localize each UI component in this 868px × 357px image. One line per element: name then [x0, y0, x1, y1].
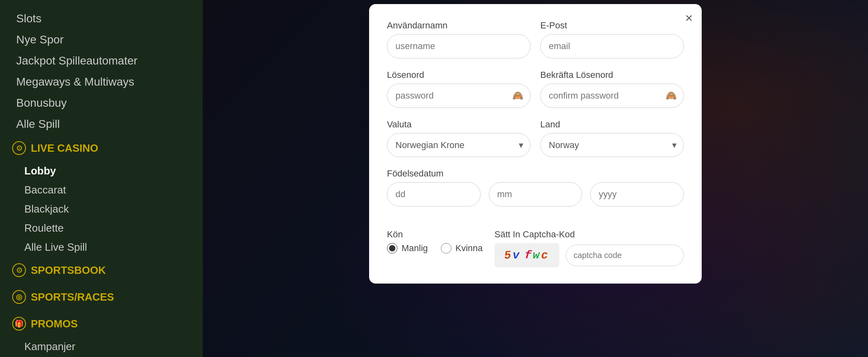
captcha-char-3: f [524, 249, 533, 262]
country-select-wrapper: Norway Sweden Denmark Finland ▾ [540, 133, 684, 157]
password-label: Lösenord [387, 70, 531, 80]
password-input-wrapper: 🙈 [387, 84, 531, 108]
captcha-char-1: 5 [504, 249, 513, 262]
gender-label: Kön [387, 229, 403, 239]
sports-races-label: SPORTS/RACES [31, 291, 114, 303]
username-email-row: Användarnamn E-Post [387, 20, 684, 58]
close-button[interactable]: × [685, 11, 693, 24]
currency-label: Valuta [387, 119, 531, 130]
live-casino-label: LIVE CASINO [31, 142, 98, 155]
sidebar-section-sportsbook[interactable]: ⊙ SPORTSBOOK [0, 257, 203, 284]
captcha-label: Sätt In Captcha-Kod [494, 229, 575, 239]
password-input[interactable] [387, 84, 531, 108]
country-label: Land [540, 119, 684, 130]
birthdate-group: Födelsedatum [387, 168, 684, 218]
sidebar-item-lobby[interactable]: Lobby [0, 161, 203, 181]
gender-male-radio[interactable] [387, 243, 397, 254]
sidebar-item-blackjack[interactable]: Blackjack [0, 200, 203, 219]
sidebar-item-alle-live-spill[interactable]: Alle Live Spill [0, 238, 203, 257]
sidebar-section-sports-races[interactable]: ◎ SPORTS/RACES [0, 284, 203, 310]
captcha-group: Sätt In Captcha-Kod 5 v f w c [494, 229, 684, 267]
email-input[interactable] [540, 34, 684, 58]
sidebar-item-jackpot[interactable]: Jackpot Spilleautomater [0, 50, 203, 71]
main-area: × Användarnamn E-Post Lösenord [203, 0, 868, 357]
birthdate-label: Födelsedatum [387, 168, 684, 179]
gender-female-text: Kvinna [455, 243, 483, 254]
sidebar-item-bonusbuy[interactable]: Bonusbuy [0, 92, 203, 114]
birthdate-yyyy-group [590, 182, 684, 206]
password-eye-icon[interactable]: 🙈 [512, 90, 523, 101]
password-group: Lösenord 🙈 [387, 70, 531, 108]
sports-races-icon: ◎ [12, 290, 26, 304]
live-casino-icon: ⊙ [12, 141, 26, 155]
username-input[interactable] [387, 34, 531, 58]
sportsbook-icon: ⊙ [12, 263, 26, 277]
sidebar-item-baccarat[interactable]: Baccarat [0, 181, 203, 200]
gender-female-radio[interactable] [441, 243, 451, 254]
captcha-char-5: c [541, 249, 550, 262]
country-group: Land Norway Sweden Denmark Finland ▾ [540, 119, 684, 157]
gender-radio-group: Manlig Kvinna [387, 243, 485, 254]
captcha-char-4: w [533, 249, 541, 262]
promos-icon: 🎁 [12, 317, 26, 331]
currency-country-row: Valuta Norwegian Krone Euro USD GBP ▾ La… [387, 119, 684, 157]
birthdate-fields-row [387, 182, 684, 206]
password-row: Lösenord 🙈 Bekräfta Lösenord 🙈 [387, 70, 684, 108]
birthdate-dd-input[interactable] [387, 182, 481, 206]
captcha-char-2: v [513, 249, 521, 262]
gender-female-label[interactable]: Kvinna [441, 243, 483, 254]
birthdate-dd-group [387, 182, 481, 206]
modal-overlay: × Användarnamn E-Post Lösenord [203, 0, 868, 357]
captcha-input[interactable] [566, 245, 684, 266]
username-label: Användarnamn [387, 20, 531, 31]
sidebar-item-nye-spor[interactable]: Nye Spor [0, 29, 203, 50]
birthdate-yyyy-input[interactable] [590, 182, 684, 206]
confirm-password-group: Bekräfta Lösenord 🙈 [540, 70, 684, 108]
sidebar-section-promos[interactable]: 🎁 PROMOS [0, 310, 203, 337]
sidebar-section-live-casino[interactable]: ⊙ LIVE CASINO [0, 135, 203, 161]
gender-male-text: Manlig [402, 243, 428, 254]
birthdate-mm-input[interactable] [489, 182, 582, 206]
gender-captcha-row: Kön Manlig Kvinna Sätt In Captcha-Kod [387, 229, 684, 267]
sidebar: Slots Nye Spor Jackpot Spilleautomater M… [0, 0, 203, 357]
captcha-image: 5 v f w c [494, 243, 559, 267]
sidebar-item-roulette[interactable]: Roulette [0, 219, 203, 238]
currency-select-wrapper: Norwegian Krone Euro USD GBP ▾ [387, 133, 531, 157]
confirm-password-eye-icon[interactable]: 🙈 [666, 90, 677, 101]
confirm-password-input[interactable] [540, 84, 684, 108]
sportsbook-label: SPORTSBOOK [31, 264, 106, 277]
sidebar-item-megaways[interactable]: Megaways & Multiways [0, 71, 203, 92]
sidebar-item-alle-spill[interactable]: Alle Spill [0, 114, 203, 135]
gender-male-label[interactable]: Manlig [387, 243, 428, 254]
country-select[interactable]: Norway Sweden Denmark Finland [540, 133, 684, 157]
confirm-password-input-wrapper: 🙈 [540, 84, 684, 108]
gender-group: Kön Manlig Kvinna [387, 229, 485, 254]
promos-label: PROMOS [31, 318, 78, 330]
sidebar-item-slots[interactable]: Slots [0, 8, 203, 29]
email-group: E-Post [540, 20, 684, 58]
confirm-password-label: Bekräfta Lösenord [540, 70, 684, 80]
username-group: Användarnamn [387, 20, 531, 58]
captcha-area: 5 v f w c [494, 243, 684, 267]
birthdate-mm-group [489, 182, 582, 206]
registration-modal: × Användarnamn E-Post Lösenord [369, 4, 702, 284]
currency-select[interactable]: Norwegian Krone Euro USD GBP [387, 133, 531, 157]
sidebar-item-kampanjer[interactable]: Kampanjer [0, 337, 203, 356]
currency-group: Valuta Norwegian Krone Euro USD GBP ▾ [387, 119, 531, 157]
email-label: E-Post [540, 20, 684, 31]
